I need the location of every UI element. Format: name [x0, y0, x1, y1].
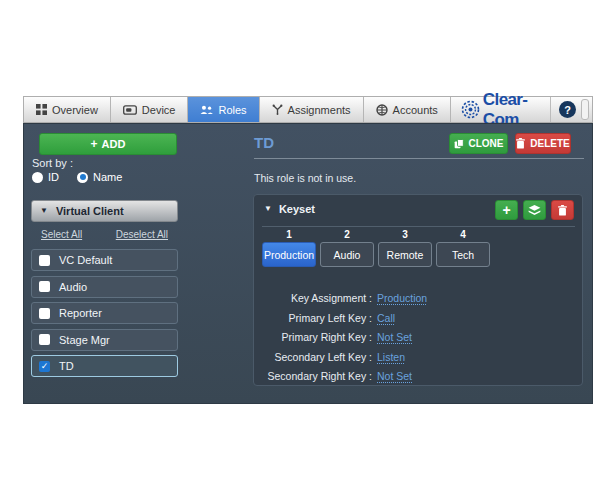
tab-roles[interactable]: Roles	[188, 97, 259, 122]
plus-icon: +	[502, 203, 510, 217]
role-item-vc-default[interactable]: VC Default	[31, 249, 178, 271]
radio-checked-icon	[77, 172, 88, 183]
deselect-all-link[interactable]: Deselect All	[116, 229, 168, 240]
app-window: Overview Device Roles	[23, 96, 593, 404]
sort-option-label: ID	[48, 171, 59, 183]
primary-right-key-value-link[interactable]: Not Set	[377, 328, 412, 348]
secondary-right-key-value-link[interactable]: Not Set	[377, 367, 412, 387]
key-button-audio[interactable]: Audio	[320, 242, 374, 267]
tab-accounts[interactable]: Accounts	[364, 97, 451, 122]
add-role-button[interactable]: + ADD	[39, 133, 177, 155]
key-column-2: 2 Audio	[320, 229, 374, 267]
sort-by-label: Sort by :	[32, 157, 73, 169]
layers-icon	[528, 205, 541, 216]
duplicate-keyset-button[interactable]	[523, 200, 546, 220]
globe-icon	[376, 104, 388, 116]
checkbox-unchecked[interactable]	[39, 334, 50, 345]
role-item-td[interactable]: ✓ TD	[31, 355, 178, 377]
keyset-header[interactable]: ▼ Keyset	[264, 203, 315, 215]
assignment-label: Secondary Right Key :	[254, 367, 372, 387]
select-all-link[interactable]: Select All	[41, 229, 82, 240]
tab-overview[interactable]: Overview	[24, 97, 111, 122]
checkbox-unchecked[interactable]	[39, 308, 50, 319]
clone-button[interactable]: CLONE	[449, 133, 508, 154]
assignment-row: Secondary Right Key : Not Set	[254, 367, 582, 387]
keyset-header-label: Keyset	[279, 203, 315, 215]
key-button-production[interactable]: Production	[262, 242, 316, 267]
tab-label: Device	[142, 104, 176, 116]
role-item-audio[interactable]: Audio	[31, 276, 178, 298]
key-number: 3	[378, 229, 432, 240]
virtual-client-group-header[interactable]: ▼ Virtual Client	[31, 200, 178, 222]
delete-label: DELETE	[530, 138, 569, 149]
sort-options: ID Name	[32, 171, 122, 183]
chevron-down-icon: ▼	[40, 207, 48, 215]
role-list: VC Default Audio Reporter Stage Mgr ✓ TD	[31, 249, 178, 382]
sort-option-id[interactable]: ID	[32, 171, 59, 183]
tab-assignments[interactable]: Assignments	[260, 97, 364, 122]
add-role-label: ADD	[102, 138, 126, 150]
brand-area: Clear-Com ?	[451, 97, 592, 122]
plus-icon: +	[91, 138, 98, 150]
add-key-button[interactable]: +	[495, 200, 518, 220]
trash-icon	[516, 138, 525, 149]
clearcom-logo-icon	[461, 100, 480, 119]
tab-bar: Overview Device Roles	[23, 96, 593, 123]
screenshot-canvas: Overview Device Roles	[0, 0, 612, 496]
people-icon	[200, 105, 213, 115]
check-icon: ✓	[41, 362, 49, 371]
role-item-reporter[interactable]: Reporter	[31, 302, 178, 324]
role-label: Stage Mgr	[59, 334, 110, 346]
key-column-1: 1 Production	[262, 229, 316, 267]
role-label: VC Default	[59, 254, 112, 266]
secondary-left-key-value-link[interactable]: Listen	[377, 348, 405, 368]
help-button[interactable]: ?	[559, 101, 576, 118]
key-column-4: 4 Tech	[436, 229, 490, 267]
tab-device[interactable]: Device	[111, 97, 189, 122]
role-label: TD	[59, 360, 74, 372]
checkbox-unchecked[interactable]	[39, 281, 50, 292]
content-body: + ADD Sort by : ID Name ▼ Virtual Client	[23, 123, 593, 404]
trash-icon	[558, 205, 567, 216]
role-status-text: This role is not in use.	[254, 172, 356, 184]
chevron-down-icon: ▼	[264, 205, 272, 213]
key-column-3: 3 Remote	[378, 229, 432, 267]
key-number: 4	[436, 229, 490, 240]
key-assignment-value-link[interactable]: Production	[377, 289, 427, 309]
assignment-label: Primary Left Key :	[254, 309, 372, 329]
key-button-remote[interactable]: Remote	[378, 242, 432, 267]
scrollbar-nub	[581, 99, 589, 120]
role-label: Audio	[59, 281, 87, 293]
sort-option-name[interactable]: Name	[77, 171, 122, 183]
keyset-actions: +	[495, 200, 574, 220]
primary-left-key-value-link[interactable]: Call	[377, 309, 395, 329]
tab-label: Assignments	[288, 104, 351, 116]
assignment-row: Primary Left Key : Call	[254, 309, 582, 329]
key-button-tech[interactable]: Tech	[436, 242, 490, 267]
select-links: Select All Deselect All	[31, 229, 178, 240]
role-title: TD	[254, 134, 274, 151]
key-assignments: Key Assignment : Production Primary Left…	[254, 289, 582, 387]
key-number: 1	[262, 229, 316, 240]
delete-button[interactable]: DELETE	[515, 133, 571, 154]
checkbox-checked[interactable]: ✓	[39, 361, 50, 372]
title-divider	[254, 158, 584, 159]
clone-icon	[454, 139, 464, 149]
group-header-label: Virtual Client	[56, 205, 124, 217]
delete-keyset-button[interactable]	[551, 200, 574, 220]
assignment-row: Primary Right Key : Not Set	[254, 328, 582, 348]
role-item-stage-mgr[interactable]: Stage Mgr	[31, 329, 178, 351]
assignment-label: Key Assignment :	[254, 289, 372, 309]
branch-icon	[272, 104, 283, 115]
assignment-row: Key Assignment : Production	[254, 289, 582, 309]
help-area: ?	[550, 97, 589, 122]
checkbox-unchecked[interactable]	[39, 255, 50, 266]
grid-icon	[36, 104, 47, 115]
device-icon	[123, 105, 137, 115]
keys-row: 1 Production 2 Audio 3 Remote 4 Tech	[262, 229, 490, 267]
role-label: Reporter	[59, 307, 102, 319]
sort-option-label: Name	[93, 171, 122, 183]
keyset-panel: ▼ Keyset +	[253, 194, 583, 386]
radio-icon	[32, 172, 43, 183]
key-number: 2	[320, 229, 374, 240]
